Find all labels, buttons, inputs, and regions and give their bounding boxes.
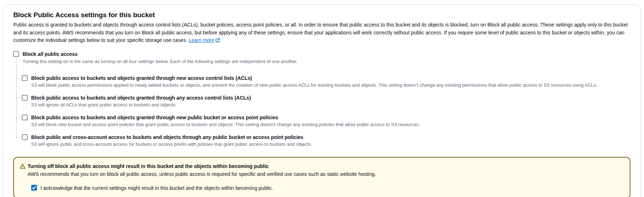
warning-triangle-icon [20,163,25,169]
block-all-checkbox[interactable] [13,51,19,57]
setting-block-any-acls: Block public access to buckets and objec… [13,95,630,108]
block-new-policies-label[interactable]: Block public access to buckets and objec… [31,114,630,121]
panel-description: Public access is granted to buckets and … [13,21,630,44]
label-prefix: Block [23,51,38,57]
label-prefix: Block public and cross-account access to… [31,134,202,140]
label-italic: new [176,115,186,120]
label-italic: any [202,134,211,140]
label-suffix: public access [43,51,78,57]
block-any-policies-description: S3 will ignore public and cross-account … [31,141,630,148]
block-any-acls-label[interactable]: Block public access to buckets and objec… [31,95,630,101]
panel-title: Block Public Access settings for this bu… [13,11,630,19]
block-all-label[interactable]: Block all public access [23,51,77,57]
block-any-policies-checkbox[interactable] [22,134,28,140]
sub-settings-tree: Turning this setting on is the same as t… [13,58,630,148]
block-new-acls-checkbox[interactable] [22,75,28,81]
label-italic: all [38,51,43,57]
label-suffix: public bucket or access point policies [211,134,304,140]
block-new-policies-checkbox[interactable] [22,115,28,120]
block-new-acls-description: S3 will block public access permissions … [31,82,630,88]
block-all-description: Turning this setting on is the same as t… [23,58,630,65]
label-italic: any [176,95,185,101]
external-link-icon [215,38,220,43]
label-italic: new [176,75,186,81]
label-prefix: Block public access to buckets and objec… [31,75,176,81]
label-prefix: Block public access to buckets and objec… [31,115,176,120]
block-any-policies-label[interactable]: Block public and cross-account access to… [31,134,630,140]
learn-more-link[interactable]: Learn more [189,37,220,43]
label-suffix: access control lists (ACLs) [186,75,252,81]
block-any-acls-checkbox[interactable] [22,95,28,101]
check-icon [32,186,36,190]
setting-block-new-policies: Block public access to buckets and objec… [13,114,630,128]
block-new-acls-label[interactable]: Block public access to buckets and objec… [31,75,630,81]
acknowledge-checkbox[interactable] [31,185,37,191]
learn-more-label: Learn more [189,37,214,43]
acknowledge-row: I acknowledge that the current settings … [31,185,623,191]
label-prefix: Block public access to buckets and objec… [31,95,176,101]
warning-description: AWS recommends that you turn on block al… [28,171,623,178]
setting-block-any-policies: Block public and cross-account access to… [13,134,630,148]
block-public-access-panel: Block Public Access settings for this bu… [3,4,641,197]
warning-title: Turning off block all public access migh… [28,163,269,170]
block-any-acls-description: S3 will ignore all ACLs that grant publi… [31,102,630,108]
panel-description-text: Public access is granted to buckets and … [13,22,628,43]
block-all-setting: Block all public access Turning this set… [13,51,630,148]
block-new-policies-description: S3 will block new bucket and access poin… [31,121,630,128]
acknowledge-label[interactable]: I acknowledge that the current settings … [40,185,273,191]
label-suffix: access control lists (ACLs) [185,95,251,101]
setting-block-new-acls: Block public access to buckets and objec… [13,75,630,88]
public-access-warning-alert: Turning off block all public access migh… [13,157,630,197]
label-suffix: public bucket or access point policies [186,115,278,120]
